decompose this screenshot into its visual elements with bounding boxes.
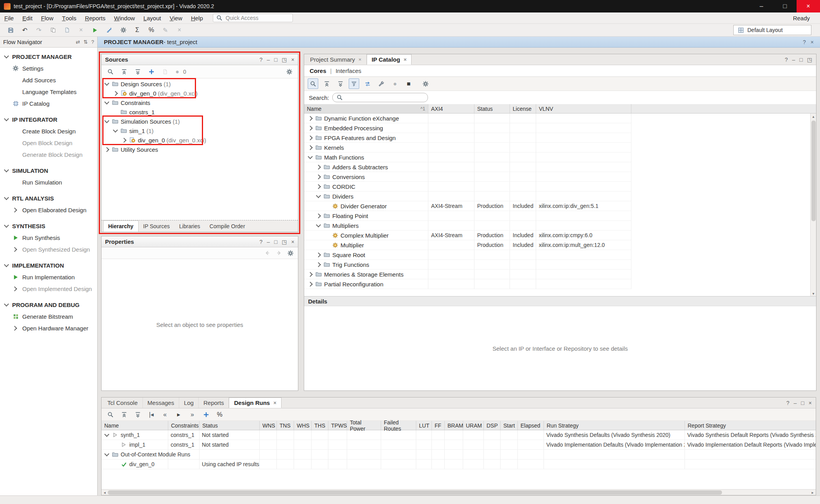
- column-header-ff[interactable]: FF: [432, 421, 445, 430]
- tab-ip-catalog[interactable]: IP Catalog×: [367, 54, 412, 65]
- redo-button[interactable]: ↷: [34, 25, 44, 35]
- chevron-right-icon[interactable]: [12, 286, 18, 292]
- run-row[interactable]: Out-of-Context Module Runs: [102, 450, 816, 460]
- maximize-icon[interactable]: □: [274, 57, 277, 63]
- category-row[interactable]: Multipliers: [304, 221, 816, 231]
- category-row[interactable]: Floating Point: [304, 211, 816, 221]
- tab-ip-sources[interactable]: IP Sources: [139, 220, 175, 232]
- column-header-dsp[interactable]: DSP: [484, 421, 501, 430]
- tab-reports[interactable]: Reports: [199, 398, 229, 408]
- save-button[interactable]: [5, 25, 16, 35]
- maximize-icon[interactable]: □: [274, 239, 277, 245]
- help-icon[interactable]: ?: [803, 39, 806, 45]
- step-button[interactable]: [104, 25, 114, 35]
- column-header-wns[interactable]: WNS: [260, 421, 277, 430]
- column-header-report-strategy[interactable]: Report Strategy: [685, 421, 816, 430]
- sidebar-item-settings[interactable]: Settings: [0, 62, 97, 74]
- minimize-button[interactable]: –: [750, 0, 773, 12]
- column-header-elapsed[interactable]: Elapsed: [518, 421, 544, 430]
- close-button[interactable]: ×: [797, 0, 820, 12]
- add-button[interactable]: [201, 409, 211, 420]
- flow-section-synthesis[interactable]: SYNTHESIS: [0, 220, 97, 232]
- chevron-right-icon[interactable]: [316, 174, 321, 180]
- column-header-total-power[interactable]: Total Power: [347, 421, 381, 430]
- close-icon[interactable]: ×: [291, 57, 294, 63]
- chevron-right-icon[interactable]: [112, 91, 118, 96]
- close-icon[interactable]: ×: [809, 400, 812, 406]
- sidebar-item-run-simulation[interactable]: Run Simulation: [0, 176, 97, 188]
- chevron-down-icon[interactable]: [316, 193, 321, 199]
- category-row[interactable]: Math Functions: [304, 153, 816, 162]
- menu-flow[interactable]: Flow: [37, 12, 58, 24]
- column-header-start[interactable]: Start: [501, 421, 518, 430]
- chevron-right-icon[interactable]: [316, 164, 321, 170]
- sidebar-item-ip-catalog[interactable]: IP Catalog: [0, 98, 97, 109]
- category-row[interactable]: Dynamic Function eXchange: [304, 114, 816, 123]
- maximize-icon[interactable]: □: [801, 400, 804, 406]
- chevron-right-icon[interactable]: [121, 137, 127, 143]
- category-row[interactable]: Partial Reconfiguration: [304, 279, 816, 289]
- tab-messages[interactable]: Messages: [143, 398, 179, 408]
- tab-design-runs[interactable]: Design Runs×: [229, 398, 281, 408]
- chevron-down-icon[interactable]: [4, 263, 9, 268]
- column-header-constraints[interactable]: Constraints: [168, 421, 200, 430]
- column-header-failed-routes[interactable]: Failed Routes: [381, 421, 416, 430]
- settings-button[interactable]: [284, 66, 294, 77]
- chevron-right-icon[interactable]: [12, 325, 18, 331]
- close-icon[interactable]: ×: [811, 39, 814, 45]
- category-row[interactable]: FPGA Features and Design: [304, 133, 816, 143]
- paste-button[interactable]: [62, 25, 72, 35]
- file-button[interactable]: [160, 66, 170, 77]
- column-header-status[interactable]: Status: [200, 421, 260, 430]
- float-icon[interactable]: ◳: [282, 239, 287, 245]
- tab-close-icon[interactable]: ×: [404, 57, 407, 62]
- column-header-whs[interactable]: WHS: [294, 421, 312, 430]
- settings-gear-icon[interactable]: [287, 249, 294, 257]
- flow-section-ip-integrator[interactable]: IP INTEGRATOR: [0, 114, 97, 125]
- edit-button[interactable]: ✎: [160, 25, 171, 35]
- add-button[interactable]: [146, 66, 157, 77]
- settings-button[interactable]: [420, 78, 431, 89]
- maximize-icon[interactable]: □: [799, 57, 802, 63]
- chevron-down-icon[interactable]: [4, 223, 9, 229]
- flow-section-rtl-analysis[interactable]: RTL ANALYSIS: [0, 192, 97, 204]
- horizontal-scrollbar[interactable]: ◂ ▸: [102, 489, 816, 495]
- vertical-scrollbar[interactable]: ▴ ▾: [810, 114, 816, 296]
- flow-section-simulation[interactable]: SIMULATION: [0, 165, 97, 176]
- chevron-down-icon[interactable]: [104, 119, 110, 124]
- collapse-button[interactable]: [321, 78, 332, 89]
- menu-view[interactable]: View: [165, 12, 187, 24]
- ip-row[interactable]: Divider GeneratorAXI4-StreamProductionIn…: [304, 201, 816, 211]
- sidebar-item-open-hardware-manager[interactable]: Open Hardware Manager: [0, 322, 97, 334]
- scroll-left-icon[interactable]: ◂: [102, 490, 108, 495]
- float-icon[interactable]: ◳: [282, 57, 287, 63]
- chevron-down-icon[interactable]: [104, 100, 110, 106]
- category-row[interactable]: Square Root: [304, 250, 816, 260]
- column-header-uram[interactable]: URAM: [463, 421, 484, 430]
- float-icon[interactable]: ◳: [807, 57, 812, 63]
- layout-selector[interactable]: Default Layout: [733, 25, 811, 35]
- sidebar-item-open-elaborated-design[interactable]: Open Elaborated Design: [0, 204, 97, 216]
- category-row[interactable]: Memories & Storage Elements: [304, 270, 816, 279]
- run-row[interactable]: impl_1constrs_1Not startedVivado Impleme…: [102, 440, 816, 450]
- copy-button[interactable]: [48, 25, 58, 35]
- flow-section-program-and-debug[interactable]: PROGRAM AND DEBUG: [0, 299, 97, 311]
- menu-help[interactable]: Help: [187, 12, 207, 24]
- tab-close-icon[interactable]: ×: [358, 57, 362, 62]
- close-button[interactable]: ×: [174, 25, 185, 35]
- chevron-down-icon[interactable]: [104, 432, 110, 438]
- quick-access-search[interactable]: Quick Access: [213, 14, 293, 22]
- expand-button[interactable]: [132, 66, 143, 77]
- category-row[interactable]: Adders & Subtracters: [304, 162, 816, 172]
- ip-row[interactable]: Complex MultiplierAXI4-StreamProductionI…: [304, 231, 816, 240]
- chevron-right-icon[interactable]: [307, 115, 313, 121]
- search-button[interactable]: [308, 78, 318, 89]
- menu-tools[interactable]: Tools: [58, 12, 81, 24]
- catalog-search-input[interactable]: [332, 93, 428, 102]
- record-button[interactable]: ●: [390, 78, 400, 89]
- chevron-down-icon[interactable]: [4, 168, 9, 174]
- source-tree-item[interactable]: constrs_1: [102, 107, 298, 117]
- chevron-down-icon[interactable]: [104, 81, 110, 87]
- scroll-right-icon[interactable]: ▸: [809, 490, 816, 495]
- column-header-axi4[interactable]: AXI4: [428, 104, 474, 113]
